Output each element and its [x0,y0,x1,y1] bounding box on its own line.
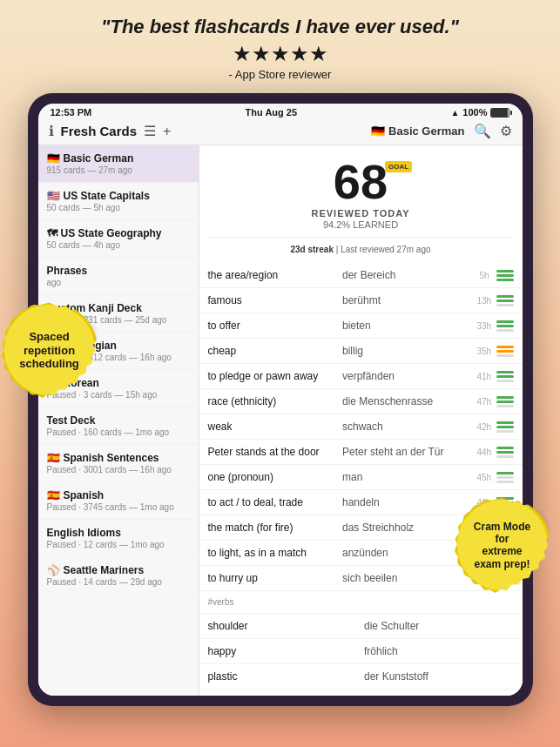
sidebar-label-2: US State Geography [61,227,162,239]
sidebar-flag-2: 🗺 [47,227,57,239]
table-row: to offer bieten 33h [199,313,523,339]
list-icon[interactable]: ☰ [144,123,156,139]
sidebar-item-spanish[interactable]: 🇪🇸 Spanish Paused · 3745 cards — 1mo ago [38,482,199,520]
sidebar-meta-6: Paused · 3 cards — 15h ago [47,390,190,400]
reviewed-label: REVIEWED TODAY [311,208,409,219]
sidebar-item-english-idioms[interactable]: English Idioms Paused · 12 cards — 1mo a… [38,520,199,557]
status-time: 12:53 PM [51,107,92,118]
main-content: 🇩🇪 Basic German 915 cards — 27m ago 🇺🇸 U… [38,145,523,696]
sidebar-label-11: Seattle Mariners [64,564,145,576]
status-bar: 12:53 PM Thu Aug 25 ▲ 100% [38,104,523,119]
search-icon[interactable]: 🔍 [474,123,491,139]
cards-list: the area/region der Bereich 5h famous be… [199,263,523,696]
sidebar-label-3: Phrases [47,265,88,277]
sidebar-label-8: Spanish Sentences [64,452,159,464]
table-row: direction die Richtung [199,690,523,696]
device-screen: 12:53 PM Thu Aug 25 ▲ 100% ℹ Fresh Cards… [38,104,523,696]
reviewer-label: - App Store reviewer [229,68,332,81]
learned-percent: 94.2% LEARNED [323,219,398,230]
app-title: Fresh Cards [61,124,138,138]
sidebar-meta-11: Paused · 14 cards — 29d ago [47,577,190,587]
sidebar-meta-2: 50 cards — 4h ago [47,240,190,250]
sidebar-item-basic-german[interactable]: 🇩🇪 Basic German 915 cards — 27m ago [38,145,199,183]
header-bar: ℹ Fresh Cards ☰ + 🇩🇪 Basic German 🔍 ⚙ [38,119,523,145]
sidebar-label-7: Test Deck [47,414,96,427]
sidebar-meta-8: Paused · 3001 cards — 16h ago [47,465,190,474]
last-reviewed: | Last reviewed 27m ago [336,245,431,254]
status-right: ▲ 100% [450,107,509,118]
sidebar-label-0: Basic German [64,152,134,165]
sidebar-item-us-state-geography[interactable]: 🗺 US State Geography 50 cards — 4h ago [38,220,199,258]
sidebar-meta-3: ago [47,278,190,287]
sidebar-item-phrases[interactable]: Phrases ago [38,258,199,295]
header-left: ℹ Fresh Cards ☰ + [49,123,363,139]
deck-header-title: 🇩🇪 Basic German [371,124,464,138]
tagline: "The best flashcards I have ever used." [101,16,459,38]
table-row: race (ethnicity) die Menschenrasse 47h [199,389,523,414]
sidebar-item-seattle-mariners[interactable]: ⚾ Seattle Mariners Paused · 14 cards — 2… [38,557,199,595]
table-row: one (pronoun) man 45h [199,465,523,490]
gear-icon[interactable]: ⚙ [500,123,512,139]
sidebar-flag-0: 🇩🇪 [47,152,60,165]
sidebar-flag-1: 🇺🇸 [47,190,60,202]
table-row: Peter stands at the door Peter steht an … [199,440,523,465]
reviewed-count: 68 [334,158,388,206]
sidebar-flag-8: 🇪🇸 [47,452,60,464]
sidebar-label-1: US State Capitals [64,190,150,202]
sidebar-meta-0: 915 cards — 27m ago [47,165,190,175]
status-date: Thu Aug 25 [246,107,297,118]
deck-flag: 🇩🇪 [371,124,385,138]
sidebar-meta-10: Paused · 12 cards — 1mo ago [47,540,190,549]
battery-icon [490,108,509,118]
sidebar-label-10: English Idioms [47,527,121,539]
sidebar-item-test-deck[interactable]: Test Deck Paused · 160 cards — 1mo ago [38,407,199,445]
stars: ★★★★★ [233,42,328,66]
device-frame: 12:53 PM Thu Aug 25 ▲ 100% ℹ Fresh Cards… [28,93,533,706]
sidebar-meta-7: Paused · 160 cards — 1mo ago [47,427,190,437]
sidebar: 🇩🇪 Basic German 915 cards — 27m ago 🇺🇸 U… [38,145,199,696]
goal-badge: GOAL [385,161,412,172]
table-row: the area/region der Bereich 5h [199,263,523,288]
add-deck-icon[interactable]: + [163,124,171,139]
sidebar-item-spanish-sentences[interactable]: 🇪🇸 Spanish Sentences Paused · 3001 cards… [38,445,199,482]
table-row: famous berühmt 13h [199,288,523,313]
wifi-icon: ▲ [450,108,459,118]
table-row: cheap billig 35h [199,339,523,364]
main-panel: 68 GOAL REVIEWED TODAY 94.2% LEARNED 23d… [199,145,523,696]
sidebar-meta-9: Paused · 3745 cards — 1mo ago [47,502,190,512]
table-row: shoulder die Schulter [199,614,523,639]
stats-area: 68 GOAL REVIEWED TODAY 94.2% LEARNED 23d… [199,145,523,263]
table-row: happy fröhlich [199,639,523,664]
streak-count: 23d streak [290,245,333,254]
sidebar-flag-11: ⚾ [47,564,60,576]
header-right: 🔍 ⚙ [474,123,512,139]
sidebar-flag-9: 🇪🇸 [47,489,60,501]
streak-bar: 23d streak | Last reviewed 27m ago [208,237,514,254]
table-row: to pledge or pawn away verpfänden 41h [199,364,523,389]
reviewed-count-container: 68 GOAL [334,158,388,206]
sidebar-label-9: Spanish [64,489,105,501]
sidebar-item-us-state-capitals[interactable]: 🇺🇸 US State Capitals 50 cards — 5h ago [38,183,199,220]
deck-title: Basic German [388,124,464,138]
table-row-verb-hint: #verbs [199,591,523,614]
battery-percent: 100% [462,107,487,118]
table-row: weak schwach 42h [199,414,523,440]
sidebar-meta-1: 50 cards — 5h ago [47,203,190,212]
info-icon[interactable]: ℹ [49,123,54,139]
table-row: plastic der Kunststoff [199,664,523,690]
